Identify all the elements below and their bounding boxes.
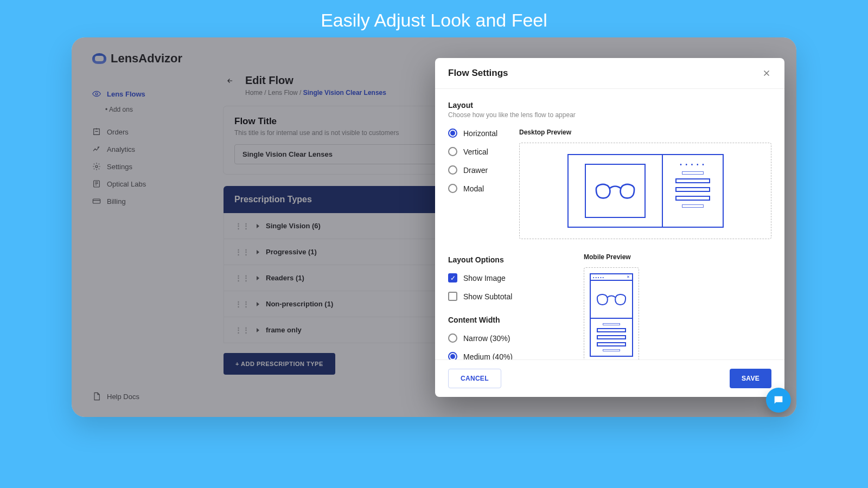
radio-medium[interactable]: Medium (40%) bbox=[448, 352, 562, 359]
radio-label: Drawer bbox=[463, 166, 488, 175]
cancel-button[interactable]: CANCEL bbox=[448, 369, 501, 388]
layout-options-heading: Layout Options bbox=[448, 255, 562, 264]
hero-title: Easily Adjust Look and Feel bbox=[0, 0, 868, 37]
desktop-preview-label: Desktop Preview bbox=[519, 129, 771, 136]
radio-horizontal[interactable]: Horizontal bbox=[448, 129, 497, 138]
radio-label: Vertical bbox=[463, 147, 488, 156]
radio-drawer[interactable]: Drawer bbox=[448, 165, 497, 175]
radio-modal[interactable]: Modal bbox=[448, 184, 497, 193]
content-width-heading: Content Width bbox=[448, 316, 562, 324]
check-show-image[interactable]: Show Image bbox=[448, 273, 562, 282]
radio-label: Narrow (30%) bbox=[463, 334, 510, 343]
check-label: Show Subtotal bbox=[463, 292, 512, 301]
check-label: Show Image bbox=[463, 274, 506, 282]
radio-vertical[interactable]: Vertical bbox=[448, 147, 497, 156]
layout-sub: Choose how you like the lens flow to app… bbox=[448, 111, 771, 119]
check-show-subtotal[interactable]: Show Subtotal bbox=[448, 292, 562, 301]
chat-fab[interactable] bbox=[766, 388, 791, 413]
modal-title: Flow Settings bbox=[448, 68, 508, 79]
radio-label: Medium (40%) bbox=[463, 352, 513, 360]
app-window: LensAdvizor Lens Flows • Add ons Orders … bbox=[72, 37, 796, 417]
chat-icon bbox=[773, 394, 784, 406]
radio-label: Horizontal bbox=[463, 129, 497, 138]
flow-settings-modal: Flow Settings Layout Choose how you like… bbox=[435, 58, 784, 397]
desktop-preview: • • • • • bbox=[519, 143, 771, 239]
close-icon[interactable] bbox=[762, 68, 771, 78]
save-button[interactable]: SAVE bbox=[730, 369, 771, 388]
radio-label: Modal bbox=[463, 184, 484, 193]
radio-narrow[interactable]: Narrow (30%) bbox=[448, 333, 562, 343]
mobile-preview: • • • • •✕ bbox=[584, 267, 639, 359]
layout-heading: Layout bbox=[448, 101, 771, 110]
glasses-icon bbox=[594, 150, 636, 232]
